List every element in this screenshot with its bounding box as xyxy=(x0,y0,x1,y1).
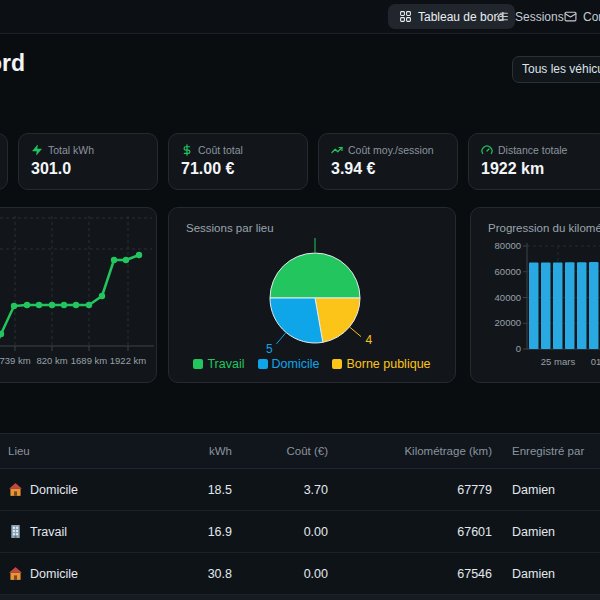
bar xyxy=(589,262,599,349)
stat-label: Coût total xyxy=(198,144,243,156)
line-x-tick-label: 820 km xyxy=(36,355,67,366)
zap-icon xyxy=(31,144,43,156)
stat-label: Distance totale xyxy=(498,144,567,156)
mail-icon xyxy=(564,10,577,23)
km-value: 67779 xyxy=(336,483,500,497)
line-x-tick-label: 739 km xyxy=(0,355,31,366)
stat-card-total-kwh: Total kWh 301.0 xyxy=(18,133,158,190)
legend-swatch xyxy=(258,359,268,369)
legend-label: Travail xyxy=(207,357,244,371)
table-row: Travail 16.9 0.00 67601 Damien xyxy=(0,511,600,553)
stat-value: 3.94 € xyxy=(331,160,445,178)
col-header-kwh: kWh xyxy=(180,445,240,457)
table-row: Domicile 30.8 0.00 67546 Damien xyxy=(0,553,600,595)
stat-card-clipped xyxy=(0,133,8,190)
bar-chart-card: Progression du kilométrage 0200004000060… xyxy=(470,207,600,383)
bar xyxy=(577,262,587,349)
stat-label: Total kWh xyxy=(48,144,94,156)
bar xyxy=(541,262,551,349)
stat-value: 1922 km xyxy=(481,160,595,178)
bar-y-tick-label: 20000 xyxy=(495,317,521,328)
cost-value: 0.00 xyxy=(240,567,336,581)
next-row-sliver xyxy=(0,595,600,600)
nav-item-contact[interactable]: Contact xyxy=(564,4,600,29)
stat-card-total-distance: Distance totale 1922 km xyxy=(468,133,600,190)
stat-label: Coût moy./session xyxy=(348,144,434,156)
bar-y-tick-label: 0 xyxy=(516,343,521,354)
legend-swatch xyxy=(332,359,342,369)
top-navbar: Tableau de bord Sessions Contact xyxy=(0,0,600,34)
house-icon xyxy=(8,482,23,497)
legend-swatch xyxy=(193,359,203,369)
layout-grid-icon xyxy=(399,10,412,23)
col-header-cost: Coût (€) xyxy=(240,445,336,457)
dollar-icon xyxy=(181,144,193,156)
dashboard-page: Tableau de bord Sessions Contact Tableau… xyxy=(0,0,600,600)
kwh-value: 16.9 xyxy=(180,525,240,539)
nav-label-dashboard: Tableau de bord xyxy=(418,10,504,24)
sessions-table: Lieu kWh Coût (€) Kilométrage (km) Enreg… xyxy=(0,433,600,600)
bar xyxy=(529,263,539,349)
stat-value: 301.0 xyxy=(31,160,145,178)
pie-slice-domicile xyxy=(270,298,323,343)
recorded-by-value: Damien xyxy=(500,567,600,581)
bar xyxy=(565,262,575,349)
bar-x-tick-label: 01 avr xyxy=(591,356,600,367)
line-x-tick-label: 1689 km xyxy=(71,355,108,366)
location-label: Domicile xyxy=(30,567,78,581)
building-icon xyxy=(8,524,23,539)
line-chart-svg: 739 km820 km1689 km1922 km xyxy=(0,208,157,383)
nav-item-sessions[interactable]: Sessions xyxy=(496,4,564,29)
stat-card-total-cost: Coût total 71.00 € xyxy=(168,133,308,190)
line-chart-card: 739 km820 km1689 km1922 km xyxy=(0,207,157,383)
legend-item-domicile: Domicile xyxy=(258,357,320,371)
pie-chart-card: Sessions par lieu 45 TravailDomicileBorn… xyxy=(168,207,456,383)
cost-value: 3.70 xyxy=(240,483,336,497)
cost-value: 0.00 xyxy=(240,525,336,539)
bar-y-tick-label: 60000 xyxy=(495,266,521,277)
pie-callout-label: 5 xyxy=(266,342,273,356)
recorded-by-value: Damien xyxy=(500,525,600,539)
list-icon xyxy=(496,10,509,23)
stat-value: 71.00 € xyxy=(181,160,295,178)
col-header-lieu: Lieu xyxy=(0,445,180,457)
kwh-value: 30.8 xyxy=(180,567,240,581)
bar-y-tick-label: 40000 xyxy=(495,292,521,303)
house-icon xyxy=(8,566,23,581)
bar xyxy=(553,262,563,349)
location-label: Domicile xyxy=(30,483,78,497)
pie-slice-travail xyxy=(270,253,360,298)
bar-chart-svg: 02000040000600008000025 mars01 avr xyxy=(471,208,600,383)
nav-label-sessions: Sessions xyxy=(515,10,564,24)
legend-item-borne-publique: Borne publique xyxy=(332,357,430,371)
location-label: Travail xyxy=(30,525,67,539)
gauge-icon xyxy=(481,144,493,156)
col-header-km: Kilométrage (km) xyxy=(336,445,500,457)
legend-item-travail: Travail xyxy=(193,357,244,371)
col-header-recorded-by: Enregistré par xyxy=(500,445,600,457)
page-title: Tableau de bord xyxy=(0,50,25,77)
stat-card-avg-cost: Coût moy./session 3.94 € xyxy=(318,133,458,190)
trending-up-icon xyxy=(331,144,343,156)
vehicle-filter-select[interactable]: Tous les véhicules xyxy=(512,56,600,83)
nav-label-contact: Contact xyxy=(583,10,600,24)
legend-label: Domicile xyxy=(272,357,320,371)
kwh-value: 18.5 xyxy=(180,483,240,497)
pie-legend: TravailDomicileBorne publique xyxy=(169,357,455,371)
km-value: 67601 xyxy=(336,525,500,539)
table-header-row: Lieu kWh Coût (€) Kilométrage (km) Enreg… xyxy=(0,434,600,469)
km-value: 67546 xyxy=(336,567,500,581)
table-row: Domicile 18.5 3.70 67779 Damien xyxy=(0,469,600,511)
bar-y-tick-label: 80000 xyxy=(495,240,521,251)
recorded-by-value: Damien xyxy=(500,483,600,497)
table-body: Domicile 18.5 3.70 67779 Damien Travail … xyxy=(0,469,600,595)
line-x-tick-label: 1922 km xyxy=(110,355,147,366)
legend-label: Borne publique xyxy=(346,357,430,371)
bar-x-tick-label: 25 mars xyxy=(541,356,576,367)
pie-callout-label: 4 xyxy=(366,333,373,347)
